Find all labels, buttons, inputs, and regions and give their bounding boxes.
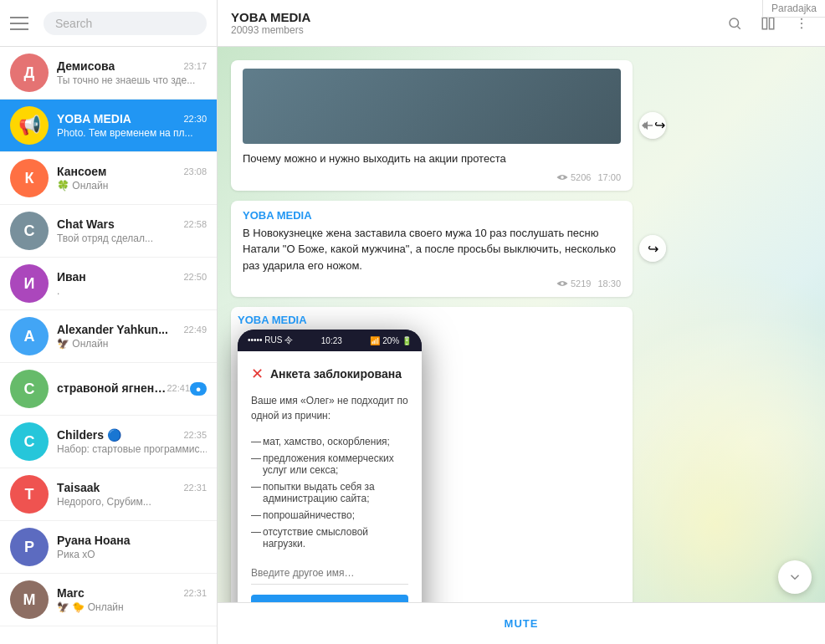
chat-subtitle: 20093 members bbox=[231, 24, 725, 36]
message-image-1 bbox=[243, 69, 621, 144]
chat-time-10: 22:31 bbox=[183, 588, 207, 598]
message-sender-2: YOBA MEDIA bbox=[243, 209, 621, 222]
svg-point-5 bbox=[801, 22, 802, 23]
chat-item-0[interactable]: ДДемисова23:17Ты точно не знаешь что зде… bbox=[0, 47, 217, 100]
chat-name-3: Chat Wars bbox=[57, 217, 115, 231]
chat-name-10: Marc bbox=[57, 586, 85, 600]
app-container: Paradajka Search ДДемисова23:17Ты точно … bbox=[0, 0, 825, 644]
chat-time-5: 22:49 bbox=[183, 325, 207, 335]
phone-status-bar: ••••• RUS 令 10:23 📶 20% 🔋 bbox=[238, 330, 422, 351]
message-meta-1: 5206 17:00 bbox=[243, 172, 621, 182]
modal-close-icon[interactable]: ✕ bbox=[251, 365, 264, 383]
mute-button[interactable]: MUTE bbox=[505, 617, 539, 630]
modal-reason-1: предложения коммерческих услуг или секса… bbox=[251, 450, 408, 478]
chat-preview-0: Ты точно не знаешь что зде... bbox=[57, 74, 207, 86]
chat-time-4: 22:50 bbox=[183, 272, 207, 282]
chat-item-8[interactable]: ТТaisaak22:31Недорого, Срубим... bbox=[0, 468, 217, 521]
chat-avatar-4: И bbox=[10, 264, 49, 303]
sidebar: Search ДДемисова23:17Ты точно не знаешь … bbox=[0, 0, 218, 644]
chat-name-1: YOBA MEDIA bbox=[57, 112, 131, 125]
message-card-1: Почему можно и нужно выходить на акции п… bbox=[231, 60, 633, 191]
chat-item-10[interactable]: MMarc22:31🦅 🐤 Онлайн bbox=[0, 574, 217, 626]
modal-reason-2: попытки выдать себя за администрацию сай… bbox=[251, 478, 408, 507]
chat-item-2[interactable]: ККансоем23:08🍀 Онлайн bbox=[0, 152, 217, 205]
svg-point-0 bbox=[730, 18, 739, 28]
top-branding: Paradajka bbox=[762, 0, 825, 18]
modal-reason-0: мат, хамство, оскорбления; bbox=[251, 433, 408, 450]
site-name: Paradajka bbox=[771, 3, 817, 14]
chat-time-8: 22:31 bbox=[183, 483, 207, 493]
chat-item-9[interactable]: РРуана НоанаРика хО bbox=[0, 521, 217, 574]
chat-preview-2: 🍀 Онлайн bbox=[57, 180, 207, 192]
chat-avatar-6: С bbox=[10, 370, 49, 408]
message-wrapper-3: YOBA MEDIA ••••• RUS 令 10:23 📶 20% 🔋 ✕ bbox=[231, 307, 633, 602]
chat-name-6: стравоной ягненок bbox=[57, 381, 167, 395]
messages-area[interactable]: Почему можно и нужно выходить на акции п… bbox=[218, 47, 825, 602]
chat-preview-8: Недорого, Срубим... bbox=[57, 496, 207, 508]
main-content: YOBA MEDIA 20093 members bbox=[218, 0, 825, 644]
chat-title: YOBA MEDIA bbox=[231, 10, 725, 24]
search-icon[interactable] bbox=[725, 13, 745, 33]
messages-content: Почему можно и нужно выходить на акции п… bbox=[231, 60, 812, 602]
svg-point-4 bbox=[801, 18, 802, 19]
chat-item-7[interactable]: CСhilders 🔵22:35Набор: стартовые програм… bbox=[0, 416, 217, 468]
search-input[interactable]: Search bbox=[44, 12, 207, 35]
chat-item-5[interactable]: AAlexander Yahkun...22:49🦅 Онлайн bbox=[0, 310, 217, 363]
chat-list: ДДемисова23:17Ты точно не знаешь что зде… bbox=[0, 47, 217, 644]
modal-header: ✕ Анкета заблокирована bbox=[251, 365, 408, 383]
svg-rect-2 bbox=[762, 18, 766, 29]
scroll-down-button[interactable] bbox=[778, 560, 812, 594]
modal-body: Ваше имя «Олег» не подходит по одной из … bbox=[251, 393, 408, 423]
chat-avatar-1: 📢 bbox=[10, 106, 49, 145]
modal-reasons-list: мат, хамство, оскорбления;предложения ко… bbox=[251, 433, 408, 552]
modal-name-input[interactable] bbox=[251, 562, 408, 585]
chat-name-8: Тaisaak bbox=[57, 481, 100, 494]
chat-preview-10: 🦅 🐤 Онлайн bbox=[57, 601, 207, 613]
chat-name-4: Иван bbox=[57, 270, 86, 284]
chat-name-9: Руана Ноана bbox=[57, 534, 131, 547]
forward-button-2[interactable]: ↪ bbox=[639, 235, 666, 262]
bottom-bar: MUTE bbox=[218, 602, 825, 644]
chat-avatar-0: Д bbox=[10, 54, 49, 92]
chat-time-0: 23:17 bbox=[183, 61, 207, 71]
message-card-3: YOBA MEDIA ••••• RUS 令 10:23 📶 20% 🔋 ✕ bbox=[231, 307, 633, 602]
chat-item-1[interactable]: 📢YOBA MEDIA22:30Photo. Тем временем на п… bbox=[0, 100, 217, 152]
modal-reason-4: отсутствие смысловой нагрузки. bbox=[251, 524, 408, 552]
chat-avatar-10: M bbox=[10, 580, 49, 619]
message-text-1: Почему можно и нужно выходить на акции п… bbox=[243, 151, 621, 167]
message-views-2: 5219 bbox=[556, 279, 591, 289]
message-meta-2: 5219 18:30 bbox=[243, 279, 621, 289]
chat-time-7: 22:35 bbox=[183, 430, 207, 440]
chat-item-4[interactable]: ИИван22:50. bbox=[0, 258, 217, 310]
chat-avatar-2: К bbox=[10, 159, 49, 197]
chat-preview-1: Photo. Тем временем на пл... bbox=[57, 127, 207, 139]
sidebar-header: Search bbox=[0, 0, 217, 47]
chat-preview-3: Твой отряд сделал... bbox=[57, 233, 207, 244]
chat-avatar-8: Т bbox=[10, 475, 49, 514]
modal-save-button[interactable]: Сохранить bbox=[251, 595, 408, 602]
hamburger-button[interactable] bbox=[10, 10, 37, 37]
forward-button-1[interactable]: ↪ bbox=[639, 112, 666, 139]
chat-item-6[interactable]: Сстравоной ягненок22:41● bbox=[0, 363, 217, 416]
chat-header: YOBA MEDIA 20093 members bbox=[218, 0, 825, 47]
chat-avatar-9: Р bbox=[10, 528, 49, 566]
chat-header-info: YOBA MEDIA 20093 members bbox=[231, 10, 725, 36]
svg-point-6 bbox=[801, 27, 802, 28]
chat-name-5: Alexander Yahkun... bbox=[57, 323, 168, 336]
message-text-2: В Новокузнецке жена заставила своего муж… bbox=[243, 225, 621, 274]
chat-name-0: Демисова bbox=[57, 59, 115, 73]
chat-time-3: 22:58 bbox=[183, 219, 207, 229]
chat-avatar-3: C bbox=[10, 212, 49, 250]
message-wrapper-2: YOBA MEDIA В Новокузнецке жена заставила… bbox=[231, 201, 633, 298]
modal-title: Анкета заблокирована bbox=[270, 367, 402, 381]
chat-preview-5: 🦅 Онлайн bbox=[57, 338, 207, 350]
chat-preview-4: . bbox=[57, 285, 207, 297]
svg-line-1 bbox=[737, 26, 740, 28]
chat-time-6: 22:41 bbox=[167, 383, 190, 393]
chat-time-2: 23:08 bbox=[183, 166, 207, 176]
chat-avatar-5: A bbox=[10, 317, 49, 355]
chat-item-3[interactable]: CChat Wars22:58Твой отряд сделал... bbox=[0, 205, 217, 258]
message-wrapper-1: Почему можно и нужно выходить на акции п… bbox=[231, 60, 633, 191]
modal-reason-3: попрошайничество; bbox=[251, 507, 408, 524]
chat-name-2: Кансоем bbox=[57, 165, 106, 178]
